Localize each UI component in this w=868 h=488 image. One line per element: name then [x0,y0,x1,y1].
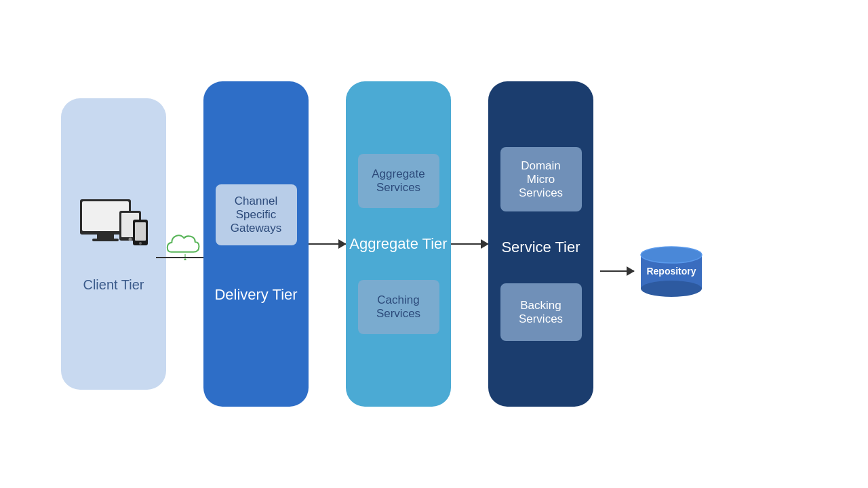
aggregate-tier-label: Aggregate Tier [349,235,447,253]
svg-point-11 [184,259,186,260]
svg-rect-2 [97,235,114,239]
svg-rect-8 [135,222,146,241]
aggregate-to-service-arrow [451,243,488,245]
svg-point-6 [128,237,132,241]
devices-icon [73,196,155,250]
service-tier-label: Service Tier [501,239,580,256]
domain-micro-services-box: Domain Micro Services [500,147,582,211]
client-tier-label: Client Tier [83,277,144,293]
backing-services-box: Backing Services [500,283,582,341]
service-tier: Domain Micro Services Service Tier Backi… [488,81,593,407]
svg-text:Repository: Repository [646,266,696,277]
repository-container: Repository [593,188,709,300]
architecture-diagram: Client Tier Channel Specific Gateways De… [61,68,807,420]
delivery-tier-label: Delivery Tier [214,286,297,304]
cloud-icon [161,230,209,260]
aggregate-services-box: Aggregate Services [358,154,439,208]
repository-cylinder: Repository [634,243,709,300]
delivery-tier: Channel Specific Gateways Delivery Tier [203,81,309,407]
channel-specific-gateways-box: Channel Specific Gateways [216,184,297,245]
caching-services-box: Caching Services [358,280,439,334]
delivery-to-aggregate-arrow [309,243,346,245]
svg-point-14 [641,281,702,297]
aggregate-tier: Aggregate Services Aggregate Tier Cachin… [346,81,451,407]
repository-arrow [600,270,634,272]
svg-point-9 [139,242,142,245]
svg-rect-3 [92,239,119,241]
client-tier: Client Tier [61,98,166,390]
internet-cloud-arrow [166,230,203,258]
